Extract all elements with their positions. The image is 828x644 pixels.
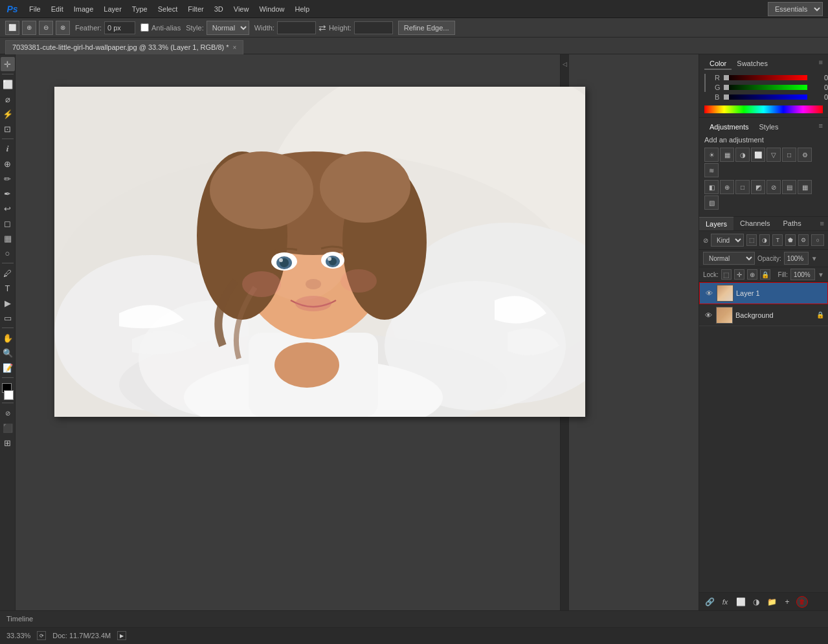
layer-group-btn[interactable]: 📁 <box>765 595 778 608</box>
layers-panel-menu[interactable]: ≡ <box>816 217 828 230</box>
brightness-adj-icon[interactable]: ☀ <box>704 148 719 162</box>
layer-filter-pixel-btn[interactable]: ⬚ <box>746 234 757 246</box>
layer-fx-btn[interactable]: fx <box>719 595 732 608</box>
green-slider[interactable] <box>724 85 807 90</box>
background-visibility-toggle[interactable]: 👁 <box>703 310 713 320</box>
new-selection-btn[interactable]: ⬜ <box>5 21 19 35</box>
fill-input[interactable] <box>790 269 815 280</box>
workspace-select[interactable]: Essentials <box>768 2 823 16</box>
menu-help[interactable]: Help <box>291 3 315 15</box>
opacity-input[interactable] <box>784 252 809 265</box>
channel-mixer-adj-icon[interactable]: ⊕ <box>720 180 734 194</box>
vibrance-adj-icon[interactable]: ▽ <box>766 148 781 162</box>
levels-adj-icon[interactable]: ▦ <box>720 148 734 162</box>
move-tool[interactable]: ✛ <box>1 57 15 71</box>
healing-brush-tool[interactable]: ⊕ <box>1 157 15 171</box>
delete-layer-btn[interactable]: 🗑 <box>796 596 808 608</box>
tab-close-btn[interactable]: × <box>233 44 237 51</box>
status-rotate-btn[interactable]: ⟳ <box>37 631 46 640</box>
shape-tool[interactable]: ▭ <box>1 311 15 325</box>
layer-item-layer1[interactable]: 👁 Layer 1 <box>699 282 828 304</box>
hsl-adj-icon[interactable]: □ <box>782 148 796 162</box>
lock-all-btn[interactable]: 🔒 <box>760 269 770 280</box>
invert-adj-icon[interactable]: ◩ <box>751 180 765 194</box>
tab-color[interactable]: Color <box>704 58 732 70</box>
tab-channels[interactable]: Channels <box>733 217 776 230</box>
layer-filter-toggle[interactable]: ○ <box>811 234 824 246</box>
curves-adj-icon[interactable]: ◑ <box>735 148 750 162</box>
document-tab[interactable]: 7039381-cute-little-girl-hd-wallpaper.jp… <box>5 40 243 54</box>
new-layer-btn[interactable]: + <box>781 595 794 608</box>
layer-mask-btn[interactable]: ⬜ <box>734 595 747 608</box>
brush-tool[interactable]: ✏ <box>1 172 15 186</box>
quick-mask-tool[interactable]: ⊘ <box>1 406 15 420</box>
color-panel-menu[interactable]: ≡ <box>819 58 823 70</box>
text-tool[interactable]: T <box>1 281 15 295</box>
layer-filter-type-btn[interactable]: T <box>772 234 783 246</box>
lock-artboard-btn[interactable]: ⊕ <box>747 269 757 280</box>
lasso-tool[interactable]: ⌀ <box>1 92 15 106</box>
color-swatches[interactable] <box>1 383 15 400</box>
layer-adj-btn[interactable]: ◑ <box>750 595 763 608</box>
clone-stamp-tool[interactable]: ✒ <box>1 186 15 201</box>
tab-swatches[interactable]: Swatches <box>732 58 773 70</box>
layer-item-background[interactable]: 👁 Background 🔒 <box>699 304 828 326</box>
layer-filter-smart-btn[interactable]: ⚙ <box>798 234 809 246</box>
menu-3d[interactable]: 3D <box>210 3 228 15</box>
blend-mode-select[interactable]: Normal <box>703 252 755 265</box>
add-selection-btn[interactable]: ⊕ <box>22 21 36 35</box>
width-input[interactable] <box>277 21 316 34</box>
color-spectrum[interactable] <box>704 105 823 113</box>
path-select-tool[interactable]: ▶ <box>1 296 15 310</box>
menu-image[interactable]: Image <box>69 3 98 15</box>
menu-edit[interactable]: Edit <box>47 3 68 15</box>
status-arrow-btn[interactable]: ▶ <box>117 631 126 640</box>
artboards-tool[interactable]: ⊞ <box>1 436 15 450</box>
menu-type[interactable]: Type <box>128 3 152 15</box>
quick-select-tool[interactable]: ⚡ <box>1 107 15 121</box>
tab-paths[interactable]: Paths <box>777 217 808 230</box>
lock-pixels-btn[interactable]: ⬚ <box>721 269 732 280</box>
height-input[interactable] <box>354 21 393 34</box>
red-slider[interactable] <box>724 75 807 80</box>
refine-edge-button[interactable]: Refine Edge... <box>398 21 455 35</box>
menu-view[interactable]: View <box>229 3 254 15</box>
color-preview-swatch[interactable] <box>704 74 706 92</box>
fill-chevron[interactable]: ▼ <box>818 271 824 278</box>
feather-input[interactable] <box>104 21 135 34</box>
gradientmap-adj-icon[interactable]: ▦ <box>798 180 812 194</box>
layer-filter-adj-btn[interactable]: ◑ <box>759 234 770 246</box>
posterize-adj-icon[interactable]: ⊘ <box>766 180 781 194</box>
intersect-selection-btn[interactable]: ⊗ <box>56 21 70 35</box>
antialias-checkbox[interactable] <box>140 23 149 32</box>
eraser-tool[interactable]: ◻ <box>1 216 15 230</box>
layer-filter-select[interactable]: Kind <box>711 234 744 247</box>
subtract-selection-btn[interactable]: ⊖ <box>39 21 53 35</box>
layer-filter-shape-btn[interactable]: ⬟ <box>785 234 796 246</box>
tab-styles[interactable]: Styles <box>754 122 784 132</box>
bw-adj-icon[interactable]: ≋ <box>704 163 719 177</box>
layer1-visibility-toggle[interactable]: 👁 <box>704 288 714 298</box>
pen-tool[interactable]: 🖊 <box>1 266 15 280</box>
tab-adjustments[interactable]: Adjustments <box>704 122 754 132</box>
eyedropper-tool[interactable]: 𝒊 <box>1 142 15 156</box>
layer-link-btn[interactable]: 🔗 <box>703 595 716 608</box>
blue-slider[interactable] <box>724 94 807 100</box>
exposure-adj-icon[interactable]: ⬜ <box>751 148 765 162</box>
crop-tool[interactable]: ⊡ <box>1 122 15 136</box>
opacity-chevron[interactable]: ▼ <box>811 255 818 262</box>
colorbalance-adj-icon[interactable]: ⚙ <box>798 148 812 162</box>
menu-layer[interactable]: Layer <box>99 3 126 15</box>
history-brush-tool[interactable]: ↩ <box>1 201 15 216</box>
menu-file[interactable]: File <box>25 3 45 15</box>
background-color[interactable] <box>4 390 14 400</box>
tab-layers[interactable]: Layers <box>699 217 733 230</box>
screen-mode-tool[interactable]: ⬛ <box>1 421 15 435</box>
gradient-tool[interactable]: ▦ <box>1 231 15 245</box>
dodge-tool[interactable]: ○ <box>1 246 15 260</box>
marquee-tool[interactable]: ⬜ <box>1 77 15 91</box>
photofilter-adj-icon[interactable]: ◧ <box>704 180 719 194</box>
menu-filter[interactable]: Filter <box>183 3 208 15</box>
selectivecolor-adj-icon[interactable]: ▧ <box>704 195 719 210</box>
colorlookup-adj-icon[interactable]: □ <box>735 180 750 194</box>
